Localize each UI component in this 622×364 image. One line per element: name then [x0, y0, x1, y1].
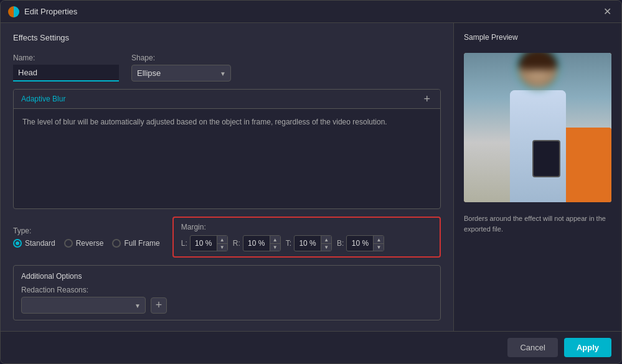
shape-select-wrapper: Ellipse Rectangle Polygon ▼	[131, 65, 231, 82]
type-radio-group: Standard Reverse Full Frame	[13, 239, 160, 248]
radio-standard-circle	[13, 239, 22, 248]
edit-properties-dialog: Edit Properties ✕ Effects Settings Name:…	[0, 0, 622, 364]
preview-blur-circle	[516, 53, 560, 90]
shape-label: Shape:	[131, 54, 231, 62]
margin-section: Margin: L: 10 % ▲ ▼	[172, 217, 441, 258]
margin-fields: L: 10 % ▲ ▼ R:	[181, 235, 432, 251]
radio-fullframe-label: Full Frame	[124, 239, 159, 248]
margin-R-label: R:	[233, 239, 240, 248]
margin-T-spinner: 10 % ▲ ▼	[294, 235, 332, 251]
apply-button[interactable]: Apply	[564, 338, 611, 357]
margin-R-spinner: 10 % ▲ ▼	[243, 235, 281, 251]
name-label: Name:	[13, 54, 119, 62]
additional-title: Additional Options	[21, 272, 433, 281]
close-button[interactable]: ✕	[601, 3, 614, 20]
cancel-button[interactable]: Cancel	[507, 338, 557, 357]
margin-B-down[interactable]: ▼	[374, 243, 384, 251]
shape-group: Shape: Ellipse Rectangle Polygon ▼	[131, 54, 231, 82]
app-logo	[8, 6, 19, 17]
margin-L-label: L:	[181, 239, 187, 248]
type-margin-row: Type: Standard Reverse Full Frame	[13, 217, 441, 258]
redaction-row: ▼ +	[21, 297, 433, 314]
preview-tablet	[532, 140, 560, 177]
tab-container: Adaptive Blur + The level of blur will b…	[13, 89, 441, 209]
tab-description: The level of blur will be automatically …	[22, 118, 387, 126]
margin-R-value: 10 %	[243, 237, 270, 250]
radio-reverse[interactable]: Reverse	[64, 239, 104, 248]
tab-header: Adaptive Blur +	[14, 90, 440, 109]
dialog-body: Effects Settings Name: Shape: Ellipse Re…	[1, 23, 621, 331]
radio-fullframe-circle	[112, 239, 121, 248]
redaction-select-wrapper: ▼	[21, 297, 146, 314]
margin-B-value: 10 %	[347, 237, 373, 250]
right-panel: Sample Preview	[453, 23, 621, 331]
margin-T-label: T:	[286, 239, 291, 248]
margin-B-btns: ▲ ▼	[373, 236, 384, 251]
margin-B-spinner: 10 % ▲ ▼	[346, 235, 384, 251]
type-label: Type:	[13, 226, 160, 235]
margin-R-down[interactable]: ▼	[270, 243, 280, 251]
margin-field-R: R: 10 % ▲ ▼	[233, 235, 281, 251]
radio-standard[interactable]: Standard	[13, 239, 55, 248]
margin-label: Margin:	[181, 223, 432, 231]
margin-L-up[interactable]: ▲	[217, 236, 227, 243]
preview-chair	[562, 128, 611, 202]
margin-field-T: T: 10 % ▲ ▼	[286, 235, 332, 251]
name-input[interactable]	[13, 65, 119, 82]
left-panel: Effects Settings Name: Shape: Ellipse Re…	[1, 23, 453, 331]
margin-T-down[interactable]: ▼	[321, 243, 331, 251]
margin-B-up[interactable]: ▲	[374, 236, 384, 243]
preview-note: Borders around the effect will not appea…	[464, 213, 611, 234]
margin-T-btns: ▲ ▼	[321, 236, 331, 251]
shape-select[interactable]: Ellipse Rectangle Polygon	[131, 65, 231, 82]
radio-reverse-circle	[64, 239, 73, 248]
margin-T-value: 10 %	[295, 237, 321, 250]
radio-standard-label: Standard	[25, 239, 55, 248]
redaction-select[interactable]	[21, 297, 146, 314]
tab-content: The level of blur will be automatically …	[14, 109, 440, 208]
tab-add-button[interactable]: +	[421, 93, 433, 106]
margin-B-label: B:	[337, 239, 344, 248]
tab-label[interactable]: Adaptive Blur	[21, 90, 421, 108]
margin-field-L: L: 10 % ▲ ▼	[181, 235, 228, 251]
margin-L-spinner: 10 % ▲ ▼	[190, 235, 228, 251]
title-bar: Edit Properties ✕	[1, 1, 621, 23]
margin-R-btns: ▲ ▼	[270, 236, 280, 251]
type-section: Type: Standard Reverse Full Frame	[13, 226, 160, 248]
preview-image	[464, 53, 611, 202]
margin-T-up[interactable]: ▲	[321, 236, 331, 243]
preview-title: Sample Preview	[464, 33, 611, 42]
margin-L-down[interactable]: ▼	[217, 243, 227, 251]
margin-field-B: B: 10 % ▲ ▼	[337, 235, 384, 251]
margin-L-value: 10 %	[191, 237, 217, 250]
radio-reverse-label: Reverse	[76, 239, 104, 248]
redaction-add-button[interactable]: +	[151, 297, 167, 314]
name-group: Name:	[13, 54, 119, 82]
preview-background	[464, 53, 611, 202]
dialog-footer: Cancel Apply	[1, 331, 621, 363]
radio-fullframe[interactable]: Full Frame	[112, 239, 159, 248]
margin-R-up[interactable]: ▲	[270, 236, 280, 243]
effects-section-title: Effects Settings	[13, 33, 441, 42]
name-shape-row: Name: Shape: Ellipse Rectangle Polygon ▼	[13, 54, 441, 82]
redaction-label: Redaction Reasons:	[21, 286, 433, 294]
margin-L-btns: ▲ ▼	[217, 236, 227, 251]
additional-section: Additional Options Redaction Reasons: ▼ …	[13, 265, 441, 320]
preview-hair	[516, 53, 560, 70]
dialog-title: Edit Properties	[24, 7, 601, 16]
preview-head-container	[516, 53, 560, 90]
